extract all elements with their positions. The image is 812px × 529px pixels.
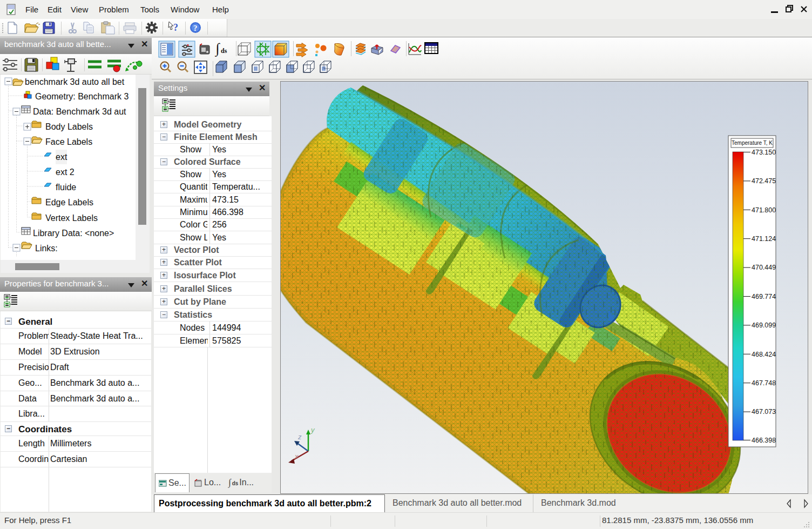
svg-text:Temperature T, K: Temperature T, K xyxy=(732,140,773,146)
svg-text:470.449: 470.449 xyxy=(752,264,776,271)
svg-text:?: ? xyxy=(173,22,178,33)
svg-text:ds: ds xyxy=(221,47,227,55)
svg-text:473.150: 473.150 xyxy=(752,149,776,156)
svg-text:469.774: 469.774 xyxy=(752,293,776,300)
svg-text:469.099: 469.099 xyxy=(752,322,776,329)
svg-text:472.475: 472.475 xyxy=(752,177,776,185)
svg-text:467.073: 467.073 xyxy=(752,408,776,416)
svg-text:y: y xyxy=(310,426,315,434)
svg-text:z: z xyxy=(297,433,302,441)
svg-text:467.748: 467.748 xyxy=(752,379,776,387)
svg-text:468.424: 468.424 xyxy=(752,351,776,358)
svg-text:471.124: 471.124 xyxy=(752,235,776,243)
svg-text:∫: ∫ xyxy=(215,41,220,57)
svg-text:?: ? xyxy=(193,24,198,32)
svg-text:471.800: 471.800 xyxy=(752,206,776,214)
svg-text:x: x xyxy=(294,452,299,460)
svg-text:466.398: 466.398 xyxy=(752,437,776,444)
